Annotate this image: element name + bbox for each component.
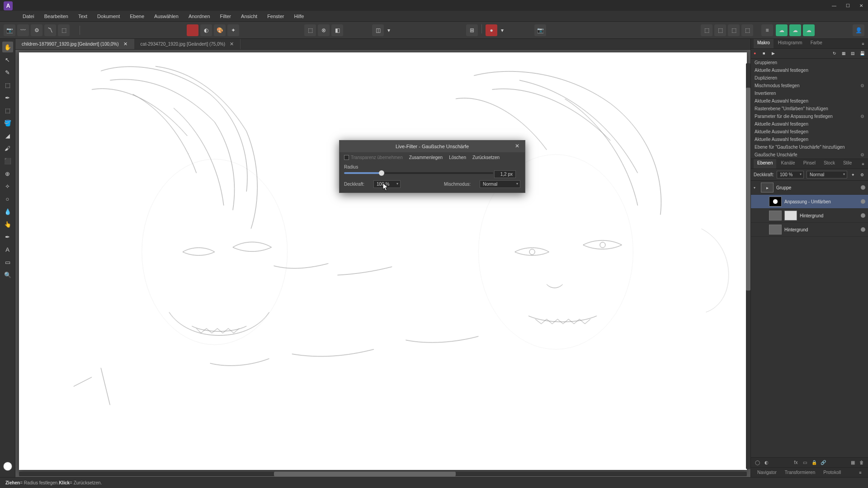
visibility-toggle[interactable] [861, 213, 865, 218]
scrollbar-thumb[interactable] [746, 88, 750, 291]
panel-tab-histogramm[interactable]: Histogramm [774, 39, 806, 48]
macro-item[interactable]: Parameter für die Anpassung festlegen⚙ [751, 113, 868, 120]
layer-fx-icon[interactable]: ✦ [850, 172, 856, 178]
canvas[interactable] [19, 52, 747, 470]
blendmode-dropdown[interactable]: Normal [480, 180, 520, 188]
merge-button[interactable]: Zusammenlegen [409, 155, 443, 160]
gaussian-blur-dialog[interactable]: Live-Filter - Gaußsche Unschärfe ✕ Trans… [339, 140, 525, 193]
macro-item[interactable]: Invertieren [751, 89, 868, 97]
document-tab-2[interactable]: cat-2934720_1920.jpg [Geändert] (75,0%) … [134, 39, 241, 49]
shape-tool-icon[interactable]: ▭ [2, 257, 13, 267]
slider-thumb[interactable] [379, 170, 384, 176]
macro-item[interactable]: Gaußsche Unschärfe⚙ [751, 151, 868, 159]
panel-tab-kanaele[interactable]: Kanäle [777, 159, 798, 169]
record-icon[interactable]: ● [486, 24, 497, 36]
layer-row[interactable]: Hintergrund [751, 209, 868, 223]
persona-develop-icon[interactable]: ⚙ [31, 24, 42, 36]
macro-stop-icon[interactable]: ■ [763, 51, 768, 56]
align-left-icon[interactable]: ⬚ [701, 24, 712, 36]
cloud-icon[interactable]: ☁ [776, 24, 788, 36]
macro-item[interactable]: Mischmodus festlegen⚙ [751, 82, 868, 89]
macro-play-icon[interactable]: ▶ [772, 51, 777, 56]
autocolor-icon[interactable]: 🎨 [214, 24, 226, 36]
horizontal-scrollbar[interactable] [19, 472, 747, 476]
brush-tool-icon[interactable]: 🖌 [2, 143, 13, 154]
crop-icon[interactable]: ◫ [372, 24, 384, 36]
menu-fenster[interactable]: Fenster [263, 12, 288, 21]
window-close[interactable]: ✕ [858, 2, 864, 9]
gear-icon[interactable]: ⚙ [860, 152, 864, 157]
close-icon[interactable]: ✕ [515, 143, 522, 150]
adjust-icon[interactable]: ◐ [763, 459, 770, 466]
persona-export-icon[interactable]: ⬚ [58, 24, 70, 36]
pen-tool-icon[interactable]: ✒ [2, 231, 13, 242]
foreground-color-swatch[interactable] [3, 462, 12, 471]
opacity-dropdown[interactable]: 100 % [373, 180, 401, 188]
macro-item[interactable]: Gruppieren [751, 59, 868, 66]
document-tab-1[interactable]: children-1879907_1920.jpg [Geändert] (10… [15, 39, 134, 49]
align-center-icon[interactable]: ⬚ [714, 24, 726, 36]
invert-sel-icon[interactable]: ◧ [331, 24, 343, 36]
align-right-icon[interactable]: ⬚ [728, 24, 740, 36]
menu-hilfe[interactable]: Hilfe [289, 12, 308, 21]
window-minimize[interactable]: — [831, 2, 837, 9]
panel-tab-stock[interactable]: Stock [820, 159, 839, 169]
menu-bearbeiten[interactable]: Bearbeiten [40, 12, 73, 21]
cloud3-icon[interactable]: ☁ [803, 24, 815, 36]
macro-item[interactable]: Aktuelle Auswahl festlegen [751, 136, 868, 143]
autolevels-icon[interactable]: ◐ [200, 24, 212, 36]
zoom-tool-icon[interactable]: 🔍 [2, 269, 13, 280]
persona-photo-icon[interactable]: 📷 [4, 24, 15, 36]
panel-tab-navigator[interactable]: Navigator [754, 469, 780, 476]
erase-tool-icon[interactable]: ⬛ [2, 155, 13, 166]
dialog-title[interactable]: Live-Filter - Gaußsche Unschärfe ✕ [340, 141, 525, 152]
scrollbar-thumb[interactable] [274, 472, 456, 476]
panel-tab-ebenen[interactable]: Ebenen [754, 159, 776, 169]
menu-text[interactable]: Text [74, 12, 92, 21]
arrange-icon[interactable]: ⊞ [466, 24, 478, 36]
macro-item[interactable]: Aktuelle Auswahl festlegen [751, 97, 868, 105]
fx-icon[interactable]: fx [793, 459, 800, 466]
persona-tone-icon[interactable]: 〽 [44, 24, 56, 36]
macro-item[interactable]: Duplizieren [751, 74, 868, 82]
flood-tool-icon[interactable]: 🪣 [2, 117, 13, 128]
macro-item[interactable]: Rasterebene "Umfärben" hinzufügen [751, 105, 868, 113]
panel-menu-icon[interactable]: ≡ [860, 161, 866, 167]
autocontrast-icon[interactable]: ✦ [227, 24, 239, 36]
menu-auswaehlen[interactable]: Auswählen [150, 12, 183, 21]
inpaint-tool-icon[interactable]: ✧ [2, 181, 13, 192]
gradient-tool-icon[interactable]: ◢ [2, 130, 13, 141]
macro-reset-icon[interactable]: ↻ [833, 51, 838, 56]
record-dropdown-icon[interactable]: ▾ [499, 24, 505, 36]
menu-anordnen[interactable]: Anordnen [184, 12, 215, 21]
menu-dokument[interactable]: Dokument [93, 12, 124, 21]
text-tool-icon[interactable]: A [2, 244, 13, 255]
panel-tab-protokoll[interactable]: Protokoll [820, 469, 844, 476]
link-icon[interactable]: 🔗 [820, 459, 827, 466]
macro-item[interactable]: Aktuelle Auswahl festlegen [751, 128, 868, 136]
crop-dropdown-icon[interactable]: ▾ [386, 24, 392, 36]
align-dist-icon[interactable]: ⬚ [741, 24, 753, 36]
select-all-icon[interactable]: ⬚ [304, 24, 316, 36]
gear-icon[interactable]: ⚙ [860, 114, 864, 119]
macro-item[interactable]: Ebene für "Gaußsche Unschärfe" hinzufüge… [751, 143, 868, 151]
expand-icon[interactable]: ▾ [754, 186, 758, 190]
macro-item[interactable]: Aktuelle Auswahl festlegen [751, 120, 868, 128]
close-icon[interactable]: ✕ [230, 41, 234, 47]
lock-icon[interactable]: 🔒 [811, 459, 818, 466]
macro-opt2-icon[interactable]: ▤ [851, 51, 856, 56]
assistant-icon[interactable]: ≡ [761, 24, 773, 36]
cloud2-icon[interactable]: ☁ [789, 24, 801, 36]
panel-tab-transformieren[interactable]: Transformieren [781, 469, 819, 476]
radius-slider[interactable] [344, 172, 493, 174]
hand-tool-icon[interactable]: ✋ [2, 42, 13, 52]
panel-tab-makro[interactable]: Makro [754, 39, 774, 48]
gear-icon[interactable]: ⚙ [860, 83, 864, 88]
window-maximize[interactable]: ☐ [844, 2, 851, 9]
layer-row[interactable]: Hintergrund [751, 223, 868, 237]
dodge-tool-icon[interactable]: ○ [2, 193, 13, 204]
blendmode-dropdown[interactable]: Normal [807, 171, 847, 178]
menu-datei[interactable]: Datei [18, 12, 39, 21]
persona-liquify-icon[interactable]: 〰 [17, 24, 29, 36]
macro-opt1-icon[interactable]: ▦ [842, 51, 847, 56]
